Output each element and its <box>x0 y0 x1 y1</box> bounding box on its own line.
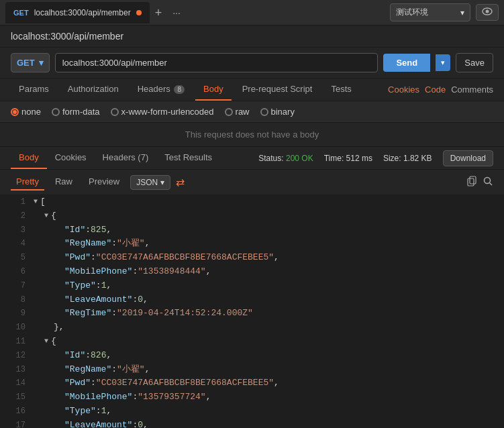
json-key: "RegTime" <box>64 307 111 321</box>
json-line: 13"RegName": "小翟", <box>0 363 504 377</box>
json-value: "小翟" <box>117 237 145 251</box>
raw-label: raw <box>236 107 250 117</box>
line-number: 17 <box>5 419 26 428</box>
line-content: "MobilePhone": "13579357724", <box>34 390 211 405</box>
response-tabs-bar: Body Cookies Headers (7) Test Results St… <box>0 147 504 170</box>
time-label: Time: 512 ms <box>324 154 372 163</box>
send-button[interactable]: Send <box>383 54 430 72</box>
save-button[interactable]: Save <box>456 53 493 72</box>
url-input[interactable] <box>55 53 379 72</box>
svg-point-1 <box>486 10 489 13</box>
binary-label: binary <box>271 107 295 117</box>
json-value: 0 <box>138 293 143 307</box>
code-link[interactable]: Code <box>425 85 446 95</box>
tab-authorization[interactable]: Authorization <box>60 78 127 101</box>
body-formdata-option[interactable]: form-data <box>52 107 100 117</box>
wrap-icon[interactable]: ⇄ <box>176 176 185 189</box>
search-button[interactable] <box>483 176 493 189</box>
raw-radio[interactable] <box>225 108 233 116</box>
json-key: "Pwd" <box>64 376 91 390</box>
json-line: 16"Type": 1, <box>0 405 504 419</box>
line-content: ▼ { <box>34 335 56 349</box>
env-label: 测试环境 <box>396 7 428 18</box>
json-bracket: [ <box>40 195 46 209</box>
line-number: 16 <box>5 405 26 418</box>
tab-unsaved-dot <box>136 10 142 15</box>
copy-button[interactable] <box>466 176 477 189</box>
json-key: "Id" <box>64 223 85 237</box>
svg-point-4 <box>485 177 491 183</box>
tab-tests[interactable]: Tests <box>323 78 359 101</box>
json-line: 8"LeaveAmount": 0, <box>0 293 504 307</box>
comments-link[interactable]: Comments <box>451 85 493 95</box>
env-eye-button[interactable] <box>476 4 499 21</box>
binary-radio[interactable] <box>260 108 268 116</box>
req-tabs-right: Cookies Code Comments <box>388 85 493 95</box>
tab-bar: GET localhost:3000/api/member + ··· 测试环境… <box>0 0 504 25</box>
json-bracket: { <box>51 335 56 349</box>
res-tab-test-results[interactable]: Test Results <box>156 147 220 169</box>
none-label: none <box>21 107 41 117</box>
json-value: "13538948444" <box>138 265 205 279</box>
body-raw-option[interactable]: raw <box>225 107 250 117</box>
svg-rect-2 <box>470 176 476 184</box>
method-chevron-icon: ▾ <box>39 58 44 68</box>
json-line: 12"Id": 826, <box>0 349 504 363</box>
line-content: "Type": 1, <box>34 279 111 293</box>
formdata-radio[interactable] <box>52 108 60 116</box>
tab-body[interactable]: Body <box>195 78 232 101</box>
res-tab-cookies[interactable]: Cookies <box>47 147 95 169</box>
tab-params[interactable]: Params <box>11 78 57 101</box>
cookies-link[interactable]: Cookies <box>388 85 419 95</box>
json-format-select[interactable]: JSON ▾ <box>130 175 170 190</box>
expand-arrow-icon[interactable]: ▼ <box>44 336 48 347</box>
fmt-preview[interactable]: Preview <box>83 174 125 191</box>
none-radio[interactable] <box>11 108 19 116</box>
method-select[interactable]: GET ▾ <box>11 53 50 72</box>
res-tab-body[interactable]: Body <box>11 147 47 169</box>
line-content: }, <box>34 321 64 335</box>
copy-icon <box>466 176 477 186</box>
json-line: 5"Pwd": "CC03E747A6AFBBCBF8BE7668ACFEBEE… <box>0 251 504 265</box>
line-number: 10 <box>5 321 26 334</box>
res-tab-headers[interactable]: Headers (7) <box>95 147 157 169</box>
line-number: 4 <box>5 237 26 250</box>
new-tab-button[interactable]: + <box>150 4 168 21</box>
tab-method: GET <box>13 9 29 17</box>
json-value: 1 <box>101 405 107 419</box>
json-viewer[interactable]: 1▼ [2▼ {3"Id": 825,4"RegName": "小翟",5"Pw… <box>0 195 504 428</box>
expand-arrow-icon[interactable]: ▼ <box>44 211 48 221</box>
send-dropdown-button[interactable]: ▾ <box>436 54 450 71</box>
fmt-raw[interactable]: Raw <box>50 174 78 191</box>
body-binary-option[interactable]: binary <box>260 107 295 117</box>
env-dropdown[interactable]: 测试环境 ▾ <box>390 3 470 21</box>
json-key: "LeaveAmount" <box>64 293 132 307</box>
json-line: 3"Id": 825, <box>0 223 504 237</box>
main-content: localhost:3000/api/member GET ▾ Send ▾ S… <box>0 25 504 428</box>
fmt-pretty[interactable]: Pretty <box>11 174 44 191</box>
method-label: GET <box>17 58 35 68</box>
body-none-option[interactable]: none <box>11 107 41 117</box>
response-status: Status: 200 OK Time: 512 ms Size: 1.82 K… <box>258 150 493 166</box>
env-chevron-icon: ▾ <box>460 8 464 17</box>
json-line: 9"RegTime": "2019-04-24T14:52:24.000Z" <box>0 307 504 321</box>
tab-pre-request[interactable]: Pre-request Script <box>234 78 321 101</box>
line-content: ▼ [ <box>34 195 46 209</box>
json-key: "Type" <box>64 279 96 293</box>
json-line: 17"LeaveAmount": 0, <box>0 419 504 428</box>
body-urlencoded-option[interactable]: x-www-form-urlencoded <box>111 107 214 117</box>
urlencoded-radio[interactable] <box>111 108 119 116</box>
request-bar: GET ▾ Send ▾ Save <box>0 48 504 78</box>
download-button[interactable]: Download <box>443 150 493 166</box>
json-value: 0 <box>138 419 143 428</box>
format-label: JSON <box>136 178 158 187</box>
more-tabs-button[interactable]: ··· <box>167 5 186 21</box>
line-content: "Pwd": "CC03E747A6AFBBCBF8BE7668ACFEBEE5… <box>34 251 279 265</box>
json-line: 1▼ [ <box>0 195 504 209</box>
line-number: 12 <box>5 349 26 362</box>
json-value: "小翟" <box>117 363 145 377</box>
tab-headers[interactable]: Headers 8 <box>130 78 193 101</box>
request-tab[interactable]: GET localhost:3000/api/member <box>5 2 150 23</box>
expand-arrow-icon[interactable]: ▼ <box>34 197 38 207</box>
line-number: 7 <box>5 279 26 292</box>
